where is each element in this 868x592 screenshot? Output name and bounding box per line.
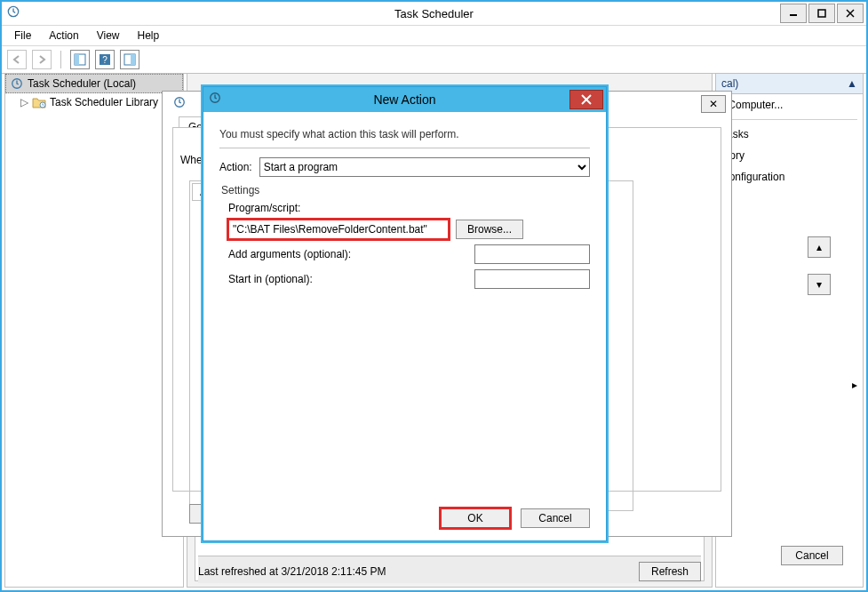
titlebar: Task Scheduler	[2, 2, 866, 26]
chevron-up-icon: ▴	[816, 241, 822, 253]
show-hide-tree-button[interactable]	[70, 50, 90, 69]
nav-forward-button[interactable]	[32, 50, 52, 69]
startin-input[interactable]	[474, 269, 590, 289]
action-connect-computer[interactable]: r Computer...	[716, 94, 863, 116]
settings-group-label: Settings	[221, 184, 590, 196]
program-row: Browse...	[228, 220, 590, 239]
action-history[interactable]: story	[716, 145, 863, 166]
startin-label: Start in (optional):	[228, 273, 385, 285]
last-refreshed-text: Last refreshed at 3/21/2018 2:11:45 PM	[198, 565, 386, 578]
window-title: Task Scheduler	[2, 7, 866, 20]
tree-node-root[interactable]: Task Scheduler (Local)	[5, 74, 183, 93]
move-up-button[interactable]: ▴	[808, 236, 831, 258]
create-task-cancel-button[interactable]: Cancel	[781, 546, 843, 565]
action-configuration[interactable]: Configuration	[716, 166, 863, 188]
chevron-down-icon: ▾	[816, 278, 822, 291]
menu-view[interactable]: View	[90, 28, 127, 44]
actions-collapse-icon[interactable]: ▲	[847, 77, 857, 90]
tree-library-label: Task Scheduler Library	[50, 96, 158, 108]
tree-node-library[interactable]: ▷ Task Scheduler Library	[5, 93, 183, 111]
menu-help[interactable]: Help	[131, 28, 167, 44]
toolbar: ?	[2, 46, 866, 74]
arguments-row: Add arguments (optional):	[228, 244, 590, 264]
help-button[interactable]: ?	[95, 50, 115, 69]
settings-group: Settings Program/script: Browse... Add a…	[219, 184, 590, 289]
move-down-button[interactable]: ▾	[808, 274, 831, 295]
new-action-title: New Action	[203, 92, 606, 107]
action-running-tasks[interactable]: Tasks	[716, 124, 863, 145]
svg-text:?: ?	[102, 55, 108, 65]
new-action-body: You must specify what action this task w…	[203, 112, 606, 540]
show-hide-action-pane-button[interactable]	[120, 50, 139, 69]
console-tree: Task Scheduler (Local) ▷ Task Scheduler …	[4, 73, 184, 588]
svg-rect-10	[131, 54, 135, 65]
ok-button[interactable]: OK	[441, 508, 510, 528]
create-task-titlebar-controls: ✕	[701, 95, 726, 113]
nav-back-button[interactable]	[7, 50, 27, 69]
menu-action[interactable]: Action	[42, 28, 85, 44]
action-label: Action:	[219, 161, 252, 173]
create-task-close-button[interactable]: ✕	[701, 95, 726, 113]
task-scheduler-window: Task Scheduler File Action View Help ?	[0, 0, 868, 592]
svg-rect-6	[75, 54, 79, 65]
folder-icon	[32, 95, 46, 109]
action-select[interactable]: Start a program	[259, 157, 590, 177]
settings-inner: Program/script: Browse... Add arguments …	[219, 202, 590, 289]
program-label: Program/script:	[228, 202, 590, 214]
new-action-dialog: New Action You must specify what action …	[203, 86, 607, 541]
new-action-footer: OK Cancel	[203, 508, 606, 528]
cancel-button[interactable]: Cancel	[521, 508, 590, 528]
tree-root-label: Task Scheduler (Local)	[28, 77, 136, 90]
arguments-label: Add arguments (optional):	[228, 248, 385, 260]
actions-pane: cal) ▲ r Computer... Tasks story Configu…	[715, 73, 864, 588]
new-action-titlebar: New Action	[203, 87, 606, 112]
clock-icon	[173, 96, 189, 112]
new-action-close-button[interactable]	[569, 90, 603, 109]
tree-expand-icon[interactable]: ▷	[20, 96, 28, 108]
reorder-buttons: ▴ ▾	[808, 236, 831, 295]
menubar: File Action View Help	[2, 26, 866, 46]
actions-header-label: cal)	[721, 77, 738, 90]
arguments-input[interactable]	[474, 244, 590, 264]
program-script-input[interactable]	[228, 220, 449, 239]
clock-icon	[10, 76, 24, 91]
actions-separator	[721, 119, 857, 120]
toolbar-separator	[60, 51, 61, 68]
new-action-instruction: You must specify what action this task w…	[219, 128, 590, 140]
status-bar: Last refreshed at 3/21/2018 2:11:45 PM R…	[198, 556, 701, 583]
separator	[219, 148, 590, 148]
browse-button[interactable]: Browse...	[456, 220, 523, 239]
actions-expand-icon[interactable]: ▸	[852, 379, 857, 391]
startin-row: Start in (optional):	[228, 269, 590, 289]
refresh-button[interactable]: Refresh	[639, 562, 701, 581]
menu-file[interactable]: File	[7, 28, 38, 44]
actions-pane-header: cal) ▲	[716, 74, 863, 94]
action-row: Action: Start a program	[219, 157, 590, 177]
